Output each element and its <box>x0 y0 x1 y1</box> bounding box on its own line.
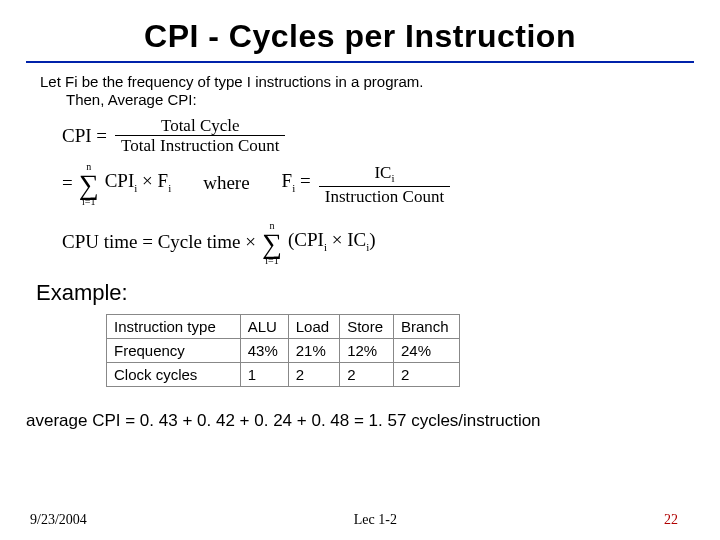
example-label: Example: <box>36 280 690 306</box>
intro-line-1: Let Fi be the frequency of type I instru… <box>40 73 680 91</box>
r1-c3: 2 <box>393 363 459 387</box>
r0-label: Frequency <box>107 339 241 363</box>
eq-sign: = <box>58 173 77 192</box>
title-rule <box>26 61 694 63</box>
table-header-row: Instruction type ALU Load Store Branch <box>107 315 460 339</box>
cputime-text: CPU time = Cycle time × <box>58 232 260 251</box>
sub-i-2: i <box>168 182 171 194</box>
th-0: Instruction type <box>107 315 241 339</box>
th-1: ALU <box>240 315 288 339</box>
sigma-2: n ∑ i=1 <box>262 221 282 266</box>
footer-center: Lec 1-2 <box>354 512 397 528</box>
footer-date: 9/23/2004 <box>30 512 87 528</box>
r0-c2: 12% <box>340 339 394 363</box>
sub-i-4: i <box>391 173 394 185</box>
example-table-wrap: Instruction type ALU Load Store Branch F… <box>106 314 690 387</box>
th-4: Branch <box>393 315 459 339</box>
f-eq: Fi = <box>278 171 315 194</box>
where-text: where <box>199 173 253 192</box>
frac2-den: Instruction Count <box>319 187 450 205</box>
paren-r: ) <box>369 229 375 250</box>
sigma-1: n ∑ i=1 <box>79 162 99 207</box>
table-row: Frequency 43% 21% 12% 24% <box>107 339 460 363</box>
frac-num: Total Cycle <box>115 117 285 136</box>
slide-title: CPI - Cycles per Instruction <box>30 18 690 55</box>
r0-c3: 24% <box>393 339 459 363</box>
paren-term: (CPIi × ICi) <box>284 230 380 253</box>
fraction-ic: ICi Instruction Count <box>319 164 450 204</box>
cpi-text: CPI <box>105 170 135 191</box>
r1-c0: 1 <box>240 363 288 387</box>
frac2-num: ICi <box>319 164 450 186</box>
paren-mid: × IC <box>327 229 366 250</box>
sigma2-bot: i=1 <box>265 256 278 266</box>
formula-sum-row: = n ∑ i=1 CPIi × Fi where Fi = ICi Instr… <box>58 162 690 207</box>
intro-text: Let Fi be the frequency of type I instru… <box>40 73 680 109</box>
sigma-bot: i=1 <box>82 197 95 207</box>
times-f: × F <box>137 170 168 191</box>
fraction-total: Total Cycle Total Instruction Count <box>115 117 285 154</box>
sum-term: CPIi × Fi <box>101 171 176 194</box>
r0-c1: 21% <box>288 339 339 363</box>
sigma-symbol: ∑ <box>79 172 99 197</box>
frac-den: Total Instruction Count <box>115 136 285 154</box>
formula-cputime-row: CPU time = Cycle time × n ∑ i=1 (CPIi × … <box>58 221 690 266</box>
ic-text: IC <box>374 163 391 182</box>
answer-line: average CPI = 0. 43 + 0. 42 + 0. 24 + 0.… <box>26 411 690 431</box>
slide-footer: 9/23/2004 Lec 1-2 22 <box>30 512 690 528</box>
r1-label: Clock cycles <box>107 363 241 387</box>
r1-c2: 2 <box>340 363 394 387</box>
formula-cpi-fraction: CPI = Total Cycle Total Instruction Coun… <box>58 117 690 154</box>
sigma2-symbol: ∑ <box>262 231 282 256</box>
intro-line-2: Then, Average CPI: <box>40 91 680 109</box>
th-3: Store <box>340 315 394 339</box>
formula-block: CPI = Total Cycle Total Instruction Coun… <box>58 117 690 266</box>
r0-c0: 43% <box>240 339 288 363</box>
cpi-eq-text: CPI = <box>58 126 111 145</box>
f-letter: F <box>282 170 293 191</box>
footer-page: 22 <box>664 512 678 528</box>
r1-c1: 2 <box>288 363 339 387</box>
th-2: Load <box>288 315 339 339</box>
f-eq-sign: = <box>295 170 310 191</box>
example-table: Instruction type ALU Load Store Branch F… <box>106 314 460 387</box>
paren-l: (CPI <box>288 229 324 250</box>
table-row: Clock cycles 1 2 2 2 <box>107 363 460 387</box>
